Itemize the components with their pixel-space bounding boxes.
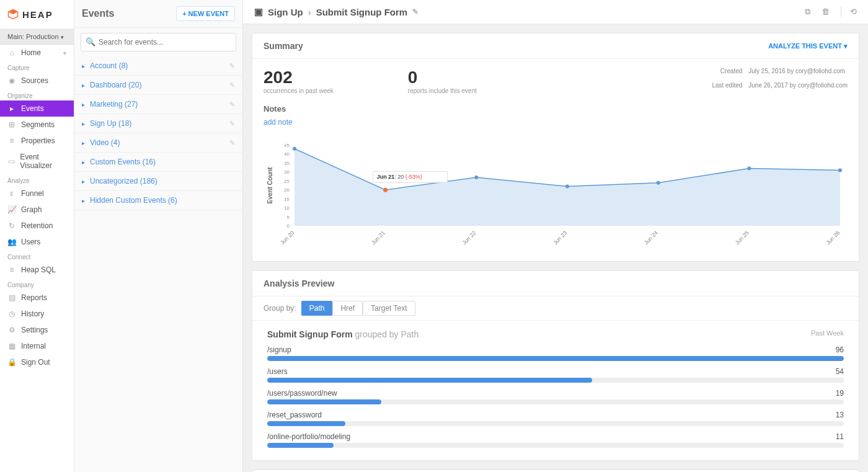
svg-text:0: 0 [287, 223, 290, 229]
reports-value: 0 [408, 68, 477, 87]
svg-text:Jun 25: Jun 25 [734, 229, 750, 246]
svg-text:5: 5 [287, 215, 290, 220]
events-panel: Events + NEW EVENT 🔍 ▸ Account (8) ✎▸ Da… [74, 0, 243, 472]
edit-icon[interactable]: ✎ [229, 139, 235, 147]
topbar: ▣ Sign Up › Submit Signup Form ✎ ⧉ 🗑 ⟲ [243, 0, 868, 24]
group-by-label: Group by: [264, 304, 296, 313]
analysis-bar-row: /signup96 [267, 345, 844, 361]
bar-track [267, 421, 844, 426]
add-note-link[interactable]: add note [264, 118, 293, 127]
nav-internal[interactable]: ▦Internal [0, 338, 74, 354]
svg-point-4 [474, 176, 478, 179]
nav-history[interactable]: ◷History [0, 306, 74, 322]
bar-path: /users/password/new [267, 389, 337, 398]
group-by-pill-href[interactable]: Href [332, 301, 363, 316]
nav-reports[interactable]: ▤Reports [0, 290, 74, 306]
form-icon: ▣ [254, 6, 263, 17]
event-category-label: Account (8) [90, 61, 128, 70]
event-category[interactable]: ▸ Video (4) ✎ [74, 133, 242, 153]
group-by-pill-target-text[interactable]: Target Text [363, 301, 415, 316]
svg-text:35: 35 [284, 161, 290, 166]
bar-track [267, 443, 844, 448]
events-icon: ▸ [7, 104, 16, 113]
edit-icon[interactable]: ✎ [412, 7, 418, 16]
nav-properties[interactable]: ≡Properties [0, 133, 74, 149]
chevron-right-icon: ▸ [82, 140, 85, 146]
main-content: ▣ Sign Up › Submit Signup Form ✎ ⧉ 🗑 ⟲ S… [243, 0, 868, 472]
chevron-right-icon: ▸ [82, 101, 85, 108]
edit-icon[interactable]: ✎ [229, 62, 235, 70]
event-category[interactable]: ▸ Account (8) ✎ [74, 56, 242, 76]
svg-point-6 [657, 181, 660, 185]
nav-home[interactable]: ⌂ Home ▾ [0, 45, 74, 61]
analysis-bar-row: /users/password/new19 [267, 389, 844, 404]
visualizer-icon: ▭ [7, 157, 15, 166]
event-category[interactable]: ▸ Uncategorized (186) [74, 172, 242, 191]
analyze-event-link[interactable]: ANALYZE THIS EVENT ▾ [768, 42, 848, 50]
svg-text:10: 10 [284, 205, 290, 211]
nav-users[interactable]: 👥Users [0, 234, 74, 250]
new-event-button[interactable]: + NEW EVENT [176, 6, 235, 21]
search-input[interactable] [81, 33, 236, 51]
segments-icon: ⊞ [7, 120, 16, 129]
heap-logo-icon [7, 9, 19, 20]
environment-label: Main: Production [7, 33, 59, 40]
event-category[interactable]: ▸ Hidden Custom Events (6) [74, 191, 242, 210]
range-label: Past Week [811, 329, 844, 337]
analysis-card: Analysis Preview Group by: PathHrefTarge… [252, 270, 859, 461]
event-category[interactable]: ▸ Custom Events (16) [74, 153, 242, 172]
nav-sources[interactable]: ◉Sources [0, 73, 74, 89]
sidebar: HEAP Main: Production ▾ ⌂ Home ▾ Capture… [0, 0, 74, 472]
properties-icon: ≡ [7, 136, 16, 145]
event-count-chart: 051015202530354045Jun 20Jun 21Jun 22Jun … [264, 139, 848, 252]
chevron-down-icon: ▾ [63, 50, 66, 56]
chevron-right-icon: ▸ [82, 120, 85, 127]
bar-path: /online-portfolio/modeling [267, 432, 350, 441]
settings-icon: ⚙ [7, 326, 16, 334]
refresh-icon[interactable]: ⟲ [841, 7, 857, 17]
lock-icon: 🔒 [7, 358, 16, 367]
bar-path: /reset_password [267, 411, 322, 419]
search-icon: 🔍 [86, 37, 95, 47]
analysis-heading: Submit Signup Form grouped by Path [267, 329, 418, 339]
event-category[interactable]: ▸ Dashboard (20) ✎ [74, 76, 242, 95]
nav-group-connect: Connect [0, 250, 74, 262]
logo-text: HEAP [22, 9, 53, 20]
edit-icon[interactable]: ✎ [229, 81, 235, 89]
events-panel-title: Events [82, 8, 114, 19]
analysis-bar-row: /online-portfolio/modeling11 [267, 432, 844, 448]
nav-group-organize: Organize [0, 89, 74, 100]
nav-graph[interactable]: 📈Graph [0, 202, 74, 218]
occurrences-label: occurrences in past week [264, 87, 334, 94]
logo: HEAP [0, 0, 74, 29]
nav-heapsql[interactable]: ≡Heap SQL [0, 262, 74, 278]
nav-signout[interactable]: 🔒Sign Out [0, 354, 74, 370]
event-category[interactable]: ▸ Sign Up (18) ✎ [74, 114, 242, 133]
trash-icon[interactable]: 🗑 [822, 7, 830, 17]
chevron-right-icon: ▸ [82, 197, 85, 204]
nav-segments[interactable]: ⊞Segments [0, 117, 74, 133]
svg-point-5 [565, 184, 569, 188]
nav-settings[interactable]: ⚙Settings [0, 322, 74, 338]
nav-events[interactable]: ▸Events [0, 100, 74, 117]
edit-icon[interactable]: ✎ [229, 100, 235, 109]
breadcrumb-parent[interactable]: Sign Up [268, 7, 303, 17]
nav-funnel[interactable]: ⫾Funnel [0, 185, 74, 202]
chevron-right-icon: ▸ [82, 63, 85, 69]
copy-icon[interactable]: ⧉ [805, 7, 810, 17]
bar-path: /users [267, 367, 288, 376]
nav-retention[interactable]: ↻Retention [0, 218, 74, 234]
bar-count: 96 [836, 345, 844, 354]
event-category[interactable]: ▸ Marketing (27) ✎ [74, 95, 242, 114]
svg-text:Jun 23: Jun 23 [552, 229, 568, 246]
svg-text:15: 15 [284, 197, 290, 202]
nav-group-capture: Capture [0, 61, 74, 73]
meta-block: CreatedJuly 25, 2016 by cory@foliohd.com… [712, 68, 848, 94]
environment-selector[interactable]: Main: Production ▾ [0, 29, 74, 45]
occurrences-value: 202 [264, 68, 334, 87]
group-by-pill-path[interactable]: Path [301, 301, 333, 316]
bar-track [267, 399, 844, 404]
nav-visualizer[interactable]: ▭Event Visualizer [0, 149, 74, 174]
svg-text:Jun 21: 20 (-53%): Jun 21: 20 (-53%) [377, 174, 422, 180]
edit-icon[interactable]: ✎ [229, 120, 235, 128]
